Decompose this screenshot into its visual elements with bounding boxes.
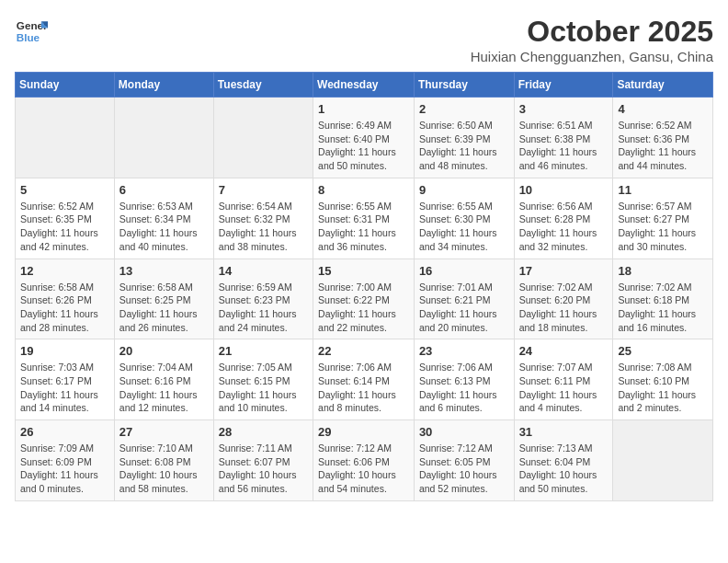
day-info: Sunrise: 7:00 AM Sunset: 6:22 PM Dayligh…: [318, 281, 409, 335]
logo: General Blue: [15, 15, 48, 48]
day-info: Sunrise: 7:09 AM Sunset: 6:09 PM Dayligh…: [20, 442, 109, 496]
week-row-4: 19Sunrise: 7:03 AM Sunset: 6:17 PM Dayli…: [16, 339, 713, 420]
week-row-1: 1Sunrise: 6:49 AM Sunset: 6:40 PM Daylig…: [16, 98, 713, 178]
title-block: October 2025 Huixian Chengguanzhen, Gans…: [471, 15, 713, 64]
day-cell: 23Sunrise: 7:06 AM Sunset: 6:13 PM Dayli…: [414, 339, 514, 420]
day-cell: 2Sunrise: 6:50 AM Sunset: 6:39 PM Daylig…: [414, 98, 514, 178]
day-cell: 30Sunrise: 7:12 AM Sunset: 6:05 PM Dayli…: [414, 420, 514, 501]
day-info: Sunrise: 6:56 AM Sunset: 6:28 PM Dayligh…: [519, 200, 609, 254]
day-info: Sunrise: 7:05 AM Sunset: 6:15 PM Dayligh…: [219, 361, 308, 415]
day-number: 7: [219, 183, 308, 197]
day-info: Sunrise: 7:11 AM Sunset: 6:07 PM Dayligh…: [219, 442, 308, 496]
weekday-header-wednesday: Wednesday: [313, 73, 415, 98]
weekday-header-saturday: Saturday: [613, 73, 713, 98]
day-cell: 7Sunrise: 6:54 AM Sunset: 6:32 PM Daylig…: [213, 178, 313, 259]
day-info: Sunrise: 6:58 AM Sunset: 6:26 PM Dayligh…: [20, 281, 109, 335]
day-number: 6: [119, 183, 209, 197]
day-number: 12: [20, 264, 109, 278]
day-number: 27: [119, 425, 209, 439]
day-cell: 3Sunrise: 6:51 AM Sunset: 6:38 PM Daylig…: [514, 98, 613, 178]
weekday-header-sunday: Sunday: [16, 73, 115, 98]
day-cell: [213, 98, 313, 178]
day-cell: 16Sunrise: 7:01 AM Sunset: 6:21 PM Dayli…: [414, 259, 514, 339]
day-cell: 27Sunrise: 7:10 AM Sunset: 6:08 PM Dayli…: [114, 420, 213, 501]
day-cell: 11Sunrise: 6:57 AM Sunset: 6:27 PM Dayli…: [613, 178, 713, 259]
day-number: 16: [419, 264, 509, 278]
day-cell: 20Sunrise: 7:04 AM Sunset: 6:16 PM Dayli…: [114, 339, 213, 420]
day-cell: 24Sunrise: 7:07 AM Sunset: 6:11 PM Dayli…: [514, 339, 613, 420]
day-info: Sunrise: 6:52 AM Sunset: 6:36 PM Dayligh…: [618, 119, 708, 173]
day-info: Sunrise: 7:01 AM Sunset: 6:21 PM Dayligh…: [419, 281, 509, 335]
day-cell: 9Sunrise: 6:55 AM Sunset: 6:30 PM Daylig…: [414, 178, 514, 259]
day-info: Sunrise: 7:03 AM Sunset: 6:17 PM Dayligh…: [20, 361, 109, 415]
week-row-5: 26Sunrise: 7:09 AM Sunset: 6:09 PM Dayli…: [16, 420, 713, 501]
weekday-header-row: SundayMondayTuesdayWednesdayThursdayFrid…: [16, 73, 713, 98]
day-info: Sunrise: 6:58 AM Sunset: 6:25 PM Dayligh…: [119, 281, 209, 335]
weekday-header-thursday: Thursday: [414, 73, 514, 98]
weekday-header-tuesday: Tuesday: [213, 73, 313, 98]
day-cell: 19Sunrise: 7:03 AM Sunset: 6:17 PM Dayli…: [16, 339, 115, 420]
day-info: Sunrise: 7:12 AM Sunset: 6:06 PM Dayligh…: [318, 442, 409, 496]
week-row-2: 5Sunrise: 6:52 AM Sunset: 6:35 PM Daylig…: [16, 178, 713, 259]
day-number: 24: [519, 344, 609, 358]
day-cell: 17Sunrise: 7:02 AM Sunset: 6:20 PM Dayli…: [514, 259, 613, 339]
day-cell: 10Sunrise: 6:56 AM Sunset: 6:28 PM Dayli…: [514, 178, 613, 259]
page-header: General Blue October 2025 Huixian Chengg…: [15, 15, 713, 64]
day-number: 10: [519, 183, 609, 197]
day-cell: 28Sunrise: 7:11 AM Sunset: 6:07 PM Dayli…: [213, 420, 313, 501]
day-info: Sunrise: 6:49 AM Sunset: 6:40 PM Dayligh…: [318, 119, 409, 173]
day-number: 9: [419, 183, 509, 197]
day-cell: 1Sunrise: 6:49 AM Sunset: 6:40 PM Daylig…: [313, 98, 415, 178]
day-info: Sunrise: 7:07 AM Sunset: 6:11 PM Dayligh…: [519, 361, 609, 415]
day-info: Sunrise: 7:13 AM Sunset: 6:04 PM Dayligh…: [519, 442, 609, 496]
day-number: 20: [119, 344, 209, 358]
day-info: Sunrise: 7:02 AM Sunset: 6:20 PM Dayligh…: [519, 281, 609, 335]
day-cell: 15Sunrise: 7:00 AM Sunset: 6:22 PM Dayli…: [313, 259, 415, 339]
calendar-table: SundayMondayTuesdayWednesdayThursdayFrid…: [15, 72, 713, 501]
month-title: October 2025: [471, 15, 713, 49]
day-cell: 13Sunrise: 6:58 AM Sunset: 6:25 PM Dayli…: [114, 259, 213, 339]
day-info: Sunrise: 6:50 AM Sunset: 6:39 PM Dayligh…: [419, 119, 509, 173]
day-number: 17: [519, 264, 609, 278]
svg-text:Blue: Blue: [17, 31, 40, 43]
day-cell: 5Sunrise: 6:52 AM Sunset: 6:35 PM Daylig…: [16, 178, 115, 259]
day-number: 8: [318, 183, 409, 197]
day-cell: 18Sunrise: 7:02 AM Sunset: 6:18 PM Dayli…: [613, 259, 713, 339]
day-cell: 6Sunrise: 6:53 AM Sunset: 6:34 PM Daylig…: [114, 178, 213, 259]
day-cell: [613, 420, 713, 501]
day-number: 11: [618, 183, 708, 197]
day-cell: 31Sunrise: 7:13 AM Sunset: 6:04 PM Dayli…: [514, 420, 613, 501]
day-cell: 8Sunrise: 6:55 AM Sunset: 6:31 PM Daylig…: [313, 178, 415, 259]
day-info: Sunrise: 7:06 AM Sunset: 6:13 PM Dayligh…: [419, 361, 509, 415]
day-number: 29: [318, 425, 409, 439]
day-info: Sunrise: 7:04 AM Sunset: 6:16 PM Dayligh…: [119, 361, 209, 415]
day-cell: 26Sunrise: 7:09 AM Sunset: 6:09 PM Dayli…: [16, 420, 115, 501]
day-number: 31: [519, 425, 609, 439]
day-number: 15: [318, 264, 409, 278]
day-number: 28: [219, 425, 308, 439]
day-info: Sunrise: 6:57 AM Sunset: 6:27 PM Dayligh…: [618, 200, 708, 254]
day-number: 22: [318, 344, 409, 358]
day-info: Sunrise: 7:10 AM Sunset: 6:08 PM Dayligh…: [119, 442, 209, 496]
day-info: Sunrise: 6:55 AM Sunset: 6:31 PM Dayligh…: [318, 200, 409, 254]
day-number: 4: [618, 102, 708, 116]
day-number: 3: [519, 102, 609, 116]
day-info: Sunrise: 7:12 AM Sunset: 6:05 PM Dayligh…: [419, 442, 509, 496]
day-info: Sunrise: 7:08 AM Sunset: 6:10 PM Dayligh…: [618, 361, 708, 415]
day-info: Sunrise: 6:55 AM Sunset: 6:30 PM Dayligh…: [419, 200, 509, 254]
day-cell: 29Sunrise: 7:12 AM Sunset: 6:06 PM Dayli…: [313, 420, 415, 501]
logo-icon: General Blue: [15, 15, 48, 48]
day-info: Sunrise: 7:06 AM Sunset: 6:14 PM Dayligh…: [318, 361, 409, 415]
day-number: 1: [318, 102, 409, 116]
day-cell: [16, 98, 115, 178]
week-row-3: 12Sunrise: 6:58 AM Sunset: 6:26 PM Dayli…: [16, 259, 713, 339]
day-info: Sunrise: 7:02 AM Sunset: 6:18 PM Dayligh…: [618, 281, 708, 335]
day-cell: 21Sunrise: 7:05 AM Sunset: 6:15 PM Dayli…: [213, 339, 313, 420]
day-number: 30: [419, 425, 509, 439]
day-info: Sunrise: 6:59 AM Sunset: 6:23 PM Dayligh…: [219, 281, 308, 335]
day-info: Sunrise: 6:53 AM Sunset: 6:34 PM Dayligh…: [119, 200, 209, 254]
day-info: Sunrise: 6:54 AM Sunset: 6:32 PM Dayligh…: [219, 200, 308, 254]
day-info: Sunrise: 6:51 AM Sunset: 6:38 PM Dayligh…: [519, 119, 609, 173]
day-number: 23: [419, 344, 509, 358]
day-cell: 14Sunrise: 6:59 AM Sunset: 6:23 PM Dayli…: [213, 259, 313, 339]
